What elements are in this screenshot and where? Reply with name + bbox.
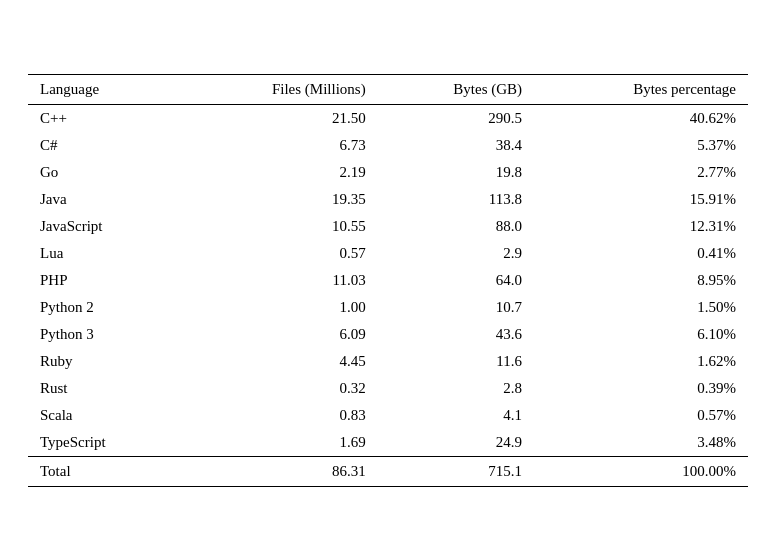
- cell-r3-c0: Java: [28, 186, 179, 213]
- footer-cell-3: 100.00%: [534, 456, 748, 486]
- cell-r7-c3: 1.50%: [534, 294, 748, 321]
- cell-r11-c2: 4.1: [378, 402, 534, 429]
- cell-r9-c2: 11.6: [378, 348, 534, 375]
- cell-r4-c0: JavaScript: [28, 213, 179, 240]
- cell-r1-c0: C#: [28, 132, 179, 159]
- cell-r11-c3: 0.57%: [534, 402, 748, 429]
- footer-cell-0: Total: [28, 456, 179, 486]
- cell-r7-c1: 1.00: [179, 294, 378, 321]
- footer-cell-2: 715.1: [378, 456, 534, 486]
- cell-r6-c3: 8.95%: [534, 267, 748, 294]
- footer-row: Total86.31715.1100.00%: [28, 456, 748, 486]
- column-header-2: Bytes (GB): [378, 74, 534, 104]
- cell-r4-c1: 10.55: [179, 213, 378, 240]
- cell-r12-c0: TypeScript: [28, 429, 179, 457]
- cell-r0-c1: 21.50: [179, 104, 378, 132]
- cell-r2-c1: 2.19: [179, 159, 378, 186]
- cell-r6-c2: 64.0: [378, 267, 534, 294]
- cell-r2-c2: 19.8: [378, 159, 534, 186]
- header-row: LanguageFiles (Millions)Bytes (GB)Bytes …: [28, 74, 748, 104]
- cell-r7-c2: 10.7: [378, 294, 534, 321]
- cell-r9-c3: 1.62%: [534, 348, 748, 375]
- table-row: TypeScript1.6924.93.48%: [28, 429, 748, 457]
- table-row: Ruby4.4511.61.62%: [28, 348, 748, 375]
- cell-r5-c1: 0.57: [179, 240, 378, 267]
- cell-r0-c2: 290.5: [378, 104, 534, 132]
- table-header: LanguageFiles (Millions)Bytes (GB)Bytes …: [28, 74, 748, 104]
- cell-r9-c1: 4.45: [179, 348, 378, 375]
- table-row: Python 21.0010.71.50%: [28, 294, 748, 321]
- table-row: Rust0.322.80.39%: [28, 375, 748, 402]
- cell-r8-c2: 43.6: [378, 321, 534, 348]
- cell-r1-c3: 5.37%: [534, 132, 748, 159]
- language-stats-table: LanguageFiles (Millions)Bytes (GB)Bytes …: [28, 74, 748, 487]
- table-row: Lua0.572.90.41%: [28, 240, 748, 267]
- cell-r2-c0: Go: [28, 159, 179, 186]
- cell-r4-c3: 12.31%: [534, 213, 748, 240]
- cell-r10-c0: Rust: [28, 375, 179, 402]
- cell-r3-c1: 19.35: [179, 186, 378, 213]
- cell-r12-c3: 3.48%: [534, 429, 748, 457]
- column-header-0: Language: [28, 74, 179, 104]
- column-header-3: Bytes percentage: [534, 74, 748, 104]
- cell-r4-c2: 88.0: [378, 213, 534, 240]
- table-row: Go2.1919.82.77%: [28, 159, 748, 186]
- cell-r3-c3: 15.91%: [534, 186, 748, 213]
- cell-r5-c2: 2.9: [378, 240, 534, 267]
- table-row: C#6.7338.45.37%: [28, 132, 748, 159]
- cell-r6-c1: 11.03: [179, 267, 378, 294]
- cell-r10-c3: 0.39%: [534, 375, 748, 402]
- cell-r9-c0: Ruby: [28, 348, 179, 375]
- cell-r5-c3: 0.41%: [534, 240, 748, 267]
- cell-r0-c3: 40.62%: [534, 104, 748, 132]
- cell-r8-c0: Python 3: [28, 321, 179, 348]
- data-table-container: LanguageFiles (Millions)Bytes (GB)Bytes …: [28, 74, 748, 487]
- cell-r11-c1: 0.83: [179, 402, 378, 429]
- table-row: Java19.35113.815.91%: [28, 186, 748, 213]
- cell-r3-c2: 113.8: [378, 186, 534, 213]
- cell-r0-c0: C++: [28, 104, 179, 132]
- table-row: Python 36.0943.66.10%: [28, 321, 748, 348]
- cell-r1-c2: 38.4: [378, 132, 534, 159]
- cell-r12-c1: 1.69: [179, 429, 378, 457]
- cell-r12-c2: 24.9: [378, 429, 534, 457]
- cell-r8-c1: 6.09: [179, 321, 378, 348]
- cell-r5-c0: Lua: [28, 240, 179, 267]
- table-row: PHP11.0364.08.95%: [28, 267, 748, 294]
- cell-r1-c1: 6.73: [179, 132, 378, 159]
- table-footer: Total86.31715.1100.00%: [28, 456, 748, 486]
- table-body: C++21.50290.540.62%C#6.7338.45.37%Go2.19…: [28, 104, 748, 456]
- cell-r10-c2: 2.8: [378, 375, 534, 402]
- cell-r7-c0: Python 2: [28, 294, 179, 321]
- footer-cell-1: 86.31: [179, 456, 378, 486]
- table-row: Scala0.834.10.57%: [28, 402, 748, 429]
- cell-r6-c0: PHP: [28, 267, 179, 294]
- column-header-1: Files (Millions): [179, 74, 378, 104]
- cell-r10-c1: 0.32: [179, 375, 378, 402]
- table-row: C++21.50290.540.62%: [28, 104, 748, 132]
- cell-r2-c3: 2.77%: [534, 159, 748, 186]
- cell-r8-c3: 6.10%: [534, 321, 748, 348]
- table-row: JavaScript10.5588.012.31%: [28, 213, 748, 240]
- cell-r11-c0: Scala: [28, 402, 179, 429]
